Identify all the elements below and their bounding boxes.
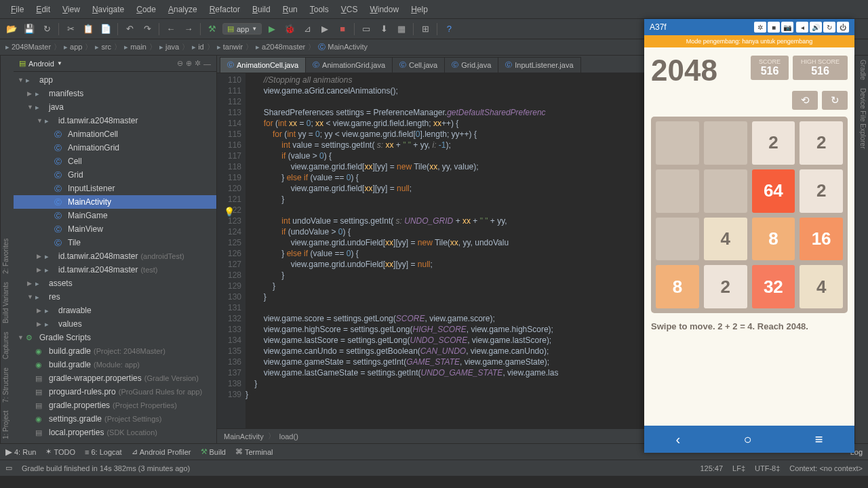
- crumb-class[interactable]: MainActivity: [224, 432, 264, 441]
- menu-navigate[interactable]: Navigate: [87, 2, 130, 17]
- menu-window[interactable]: Window: [364, 2, 404, 17]
- tree-item[interactable]: ▼▸res: [14, 290, 216, 304]
- menu-vcs[interactable]: VCS: [336, 2, 363, 17]
- nav-home-icon[interactable]: ○: [743, 432, 751, 447]
- tree-item[interactable]: ⒸMainActivity: [14, 195, 216, 209]
- sync-icon[interactable]: ↻: [39, 22, 54, 37]
- hide-icon[interactable]: —: [203, 60, 211, 68]
- menu-edit[interactable]: Edit: [31, 2, 56, 17]
- cut-icon[interactable]: ✂: [63, 22, 78, 37]
- crumb-item[interactable]: Ⓒ MainActivity: [318, 42, 368, 52]
- editor-tab[interactable]: ⒸInputListener.java: [498, 57, 580, 73]
- crumb-item[interactable]: ▸tanwir: [217, 43, 243, 52]
- line-separator[interactable]: LF‡: [732, 464, 745, 472]
- context-indicator[interactable]: Context: <no context>: [789, 464, 863, 472]
- structure-icon[interactable]: ⊞: [418, 22, 433, 37]
- emu-power-icon[interactable]: ⏻: [837, 22, 849, 33]
- tree-item[interactable]: ▼⚙Gradle Scripts: [14, 331, 216, 344]
- tree-item[interactable]: ⒸInputListener: [14, 182, 216, 195]
- crumb-item[interactable]: ▸app: [64, 43, 82, 52]
- gear-icon[interactable]: ✲: [195, 59, 201, 68]
- attach-icon[interactable]: ▶: [317, 22, 332, 37]
- tree-item[interactable]: ▤local.properties(SDK Location): [14, 426, 216, 439]
- crumb-item[interactable]: ▸java: [159, 43, 179, 52]
- tree-item[interactable]: ▶▸id.tanwir.a2048master(androidTest): [14, 249, 216, 263]
- build-tab[interactable]: ⚒ Build: [201, 447, 226, 456]
- tree-item[interactable]: ◉build.gradle(Module: app): [14, 358, 216, 371]
- run-config-selector[interactable]: ▤ app ▼: [222, 23, 262, 35]
- crumb-item[interactable]: ▸2048Master: [5, 43, 51, 52]
- avd-icon[interactable]: ▭: [359, 22, 374, 37]
- menu-view[interactable]: View: [57, 2, 85, 17]
- help-icon[interactable]: ?: [441, 22, 456, 37]
- file-encoding[interactable]: UTF-8‡: [755, 464, 780, 472]
- tree-item[interactable]: ⒸCell: [14, 155, 216, 168]
- crumb-item[interactable]: ▸a2048master: [256, 43, 305, 52]
- todo-tab[interactable]: ✶ TODO: [45, 447, 75, 456]
- tree-item[interactable]: ▤proguard-rules.pro(ProGuard Rules for a…: [14, 385, 216, 399]
- crumb-item[interactable]: ▸src: [95, 43, 111, 52]
- hammer-icon[interactable]: ⚒: [205, 22, 220, 37]
- logcat-tab[interactable]: ≡ 6: Logcat: [85, 448, 122, 456]
- tree-item[interactable]: ⒸMainView: [14, 222, 216, 236]
- menu-code[interactable]: Code: [131, 2, 161, 17]
- stop-icon[interactable]: ■: [335, 22, 350, 37]
- emu-gear-icon[interactable]: ✲: [754, 22, 766, 33]
- tree-item[interactable]: ▶▸id.tanwir.a2048master(test): [14, 263, 216, 277]
- run-tab[interactable]: ▶4: Run: [5, 447, 36, 457]
- undo-button[interactable]: ⟲: [792, 91, 818, 110]
- sdk-icon[interactable]: ⬇: [376, 22, 391, 37]
- paste-icon[interactable]: 📄: [98, 22, 113, 37]
- profiler-tab[interactable]: ⊿ Android Profiler: [132, 447, 191, 456]
- target-icon[interactable]: ⊕: [186, 59, 192, 68]
- back-icon[interactable]: ←: [163, 22, 178, 37]
- tree-item[interactable]: ▶▸drawable: [14, 304, 216, 317]
- emu-back-icon[interactable]: ◂: [796, 22, 808, 33]
- intention-bulb-icon[interactable]: 💡: [224, 207, 235, 217]
- tree-item[interactable]: ▼▸id.tanwir.a2048master: [14, 114, 216, 127]
- terminal-tab[interactable]: ⌘ Terminal: [235, 447, 273, 456]
- crumb-item[interactable]: ▸id: [192, 43, 204, 52]
- menu-tools[interactable]: Tools: [304, 2, 334, 17]
- crumb-item[interactable]: ▸main: [124, 43, 146, 52]
- editor-tab[interactable]: ⒸCell.java: [392, 57, 445, 73]
- right-tool-strip[interactable]: GradleDevice File Explorer: [854, 56, 868, 443]
- tree-item[interactable]: ⒸTile: [14, 236, 216, 249]
- game-board[interactable]: 22642481682324: [651, 117, 848, 313]
- left-tool-strip[interactable]: 1: Project7: StructureCapturesBuild Vari…: [0, 56, 14, 443]
- tree-item[interactable]: ⒸAnimationCell: [14, 127, 216, 141]
- menu-help[interactable]: Help: [406, 2, 433, 17]
- tree-item[interactable]: ▶▸manifests: [14, 87, 216, 100]
- emu-rotate-icon[interactable]: ↻: [823, 22, 835, 33]
- collapse-icon[interactable]: ⊖: [177, 59, 183, 68]
- editor-tab[interactable]: ⒸAnimationGrid.java: [305, 57, 393, 73]
- menu-refactor[interactable]: Refactor: [204, 2, 245, 17]
- crumb-method[interactable]: load(): [279, 432, 298, 441]
- redo-icon[interactable]: ↷: [140, 22, 155, 37]
- menu-run[interactable]: Run: [277, 2, 303, 17]
- undo-icon[interactable]: ↶: [122, 22, 137, 37]
- tree-item[interactable]: ▼▸app: [14, 73, 216, 87]
- run-button[interactable]: ▶: [264, 22, 279, 37]
- debug-icon[interactable]: 🐞: [282, 22, 297, 37]
- menu-file[interactable]: File: [5, 2, 29, 17]
- emu-video-icon[interactable]: ■: [768, 22, 780, 33]
- emu-sound-icon[interactable]: 🔊: [810, 22, 822, 33]
- tree-item[interactable]: ▤gradle-wrapper.properties(Gradle Versio…: [14, 371, 216, 385]
- menu-build[interactable]: Build: [247, 2, 276, 17]
- tree-item[interactable]: ⒸGrid: [14, 168, 216, 182]
- editor-tab[interactable]: ⒸAnimationCell.java: [220, 57, 306, 73]
- emu-camera-icon[interactable]: 📷: [781, 22, 793, 33]
- chevron-down-icon[interactable]: ▼: [57, 60, 62, 66]
- tree-item[interactable]: ▼▸java: [14, 100, 216, 114]
- tree-item[interactable]: ▤gradle.properties(Project Properties): [14, 399, 216, 412]
- panel-title[interactable]: Android: [28, 60, 54, 68]
- open-icon[interactable]: 📂: [4, 22, 19, 37]
- layout-icon[interactable]: ▦: [394, 22, 409, 37]
- save-icon[interactable]: 💾: [22, 22, 37, 37]
- tree-item[interactable]: ⒸMainGame: [14, 209, 216, 222]
- nav-back-icon[interactable]: ‹: [676, 432, 681, 447]
- caret-position[interactable]: 125:47: [700, 464, 723, 472]
- tree-item[interactable]: ◉build.gradle(Project: 2048Master): [14, 344, 216, 358]
- tree-item[interactable]: ▶▸values: [14, 317, 216, 331]
